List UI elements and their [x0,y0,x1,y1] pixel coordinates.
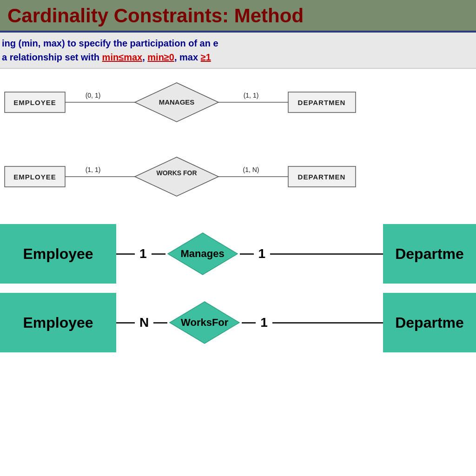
green2-employee: Employee [0,293,116,352]
page-container: Cardinality Constraints: Method ing (min… [0,0,476,476]
er-svg: EMPLOYEE (0, 1) MANAGES (1, 1) DEPARTMEN… [0,73,476,222]
er2-card-left: (1, 1) [86,166,101,173]
green1-department: Departme [383,224,476,284]
er1-department: DEPARTMEN [298,99,346,106]
header: Cardinality Constraints: Method [0,0,476,33]
green2-line-left2 [153,322,167,324]
green2-line-right2 [272,322,383,324]
green2-line-right [242,322,256,324]
green2-card-left: N [135,315,153,330]
green1-card-right: 1 [254,246,271,261]
er1-card-right: (1, 1) [244,92,259,99]
er2-department: DEPARTMEN [298,173,346,181]
er2-worksfor-label: WORKS FOR [156,169,197,177]
header-title: Cardinality Constraints: Method [7,5,304,26]
green-row-1: Employee 1 Manages 1 Departme [0,224,476,284]
er2-card-right: (1, N) [243,166,259,173]
green1-line-left [116,253,135,255]
constraint3: ≥1 [201,52,211,62]
green2-worksfor-label: WorksFor [181,317,228,329]
green1-employee: Employee [0,224,116,284]
green-row-2: Employee N WorksFor 1 Departme [0,293,476,352]
green1-line-left2 [152,253,165,255]
green1-line-right [240,253,254,255]
green1-card-left: 1 [135,246,152,261]
subtitle-line1: ing (min, max) to specify the participat… [2,38,218,48]
er-svg-section: EMPLOYEE (0, 1) MANAGES (1, 1) DEPARTMEN… [0,69,476,224]
green2-department: Departme [383,293,476,352]
constraint2: min≥0 [147,52,174,62]
er2-diamond [135,157,218,196]
subtitle-line2: a relationship set with min≤max, min≥0, … [2,52,211,62]
green2-diamond-wrap: WorksFor [167,299,242,346]
er2-employee: EMPLOYEE [13,173,56,181]
green2-line-left [116,322,135,324]
green1-manages-label: Manages [181,248,225,260]
subtitle-text: ing (min, max) to specify the participat… [2,36,476,64]
subtitle-bar: ing (min, max) to specify the participat… [0,33,476,69]
er1-manages-label: MANAGES [159,98,195,106]
green1-diamond-wrap: Manages [165,231,240,277]
constraint1: min≤max [102,52,143,62]
er1-employee: EMPLOYEE [13,99,56,106]
er1-card-left: (0, 1) [86,92,101,99]
green-separator [0,284,476,293]
green2-card-right: 1 [256,315,272,330]
green-section: Employee 1 Manages 1 Departme Empl [0,224,476,352]
green1-line-right2 [270,253,383,255]
